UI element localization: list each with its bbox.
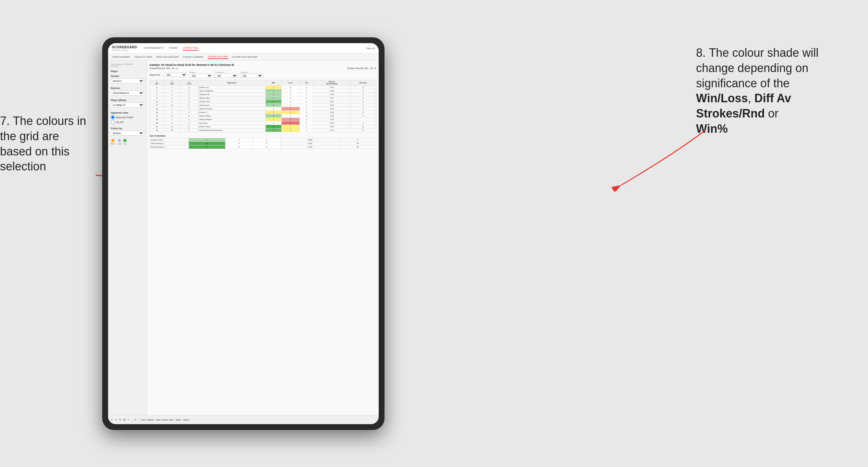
logo-wrapper: SCOREBOARD Powered by clippd bbox=[112, 45, 138, 51]
filter-opponents-select[interactable]: (All) bbox=[164, 73, 187, 77]
sub-nav-player-h2h-heatmap[interactable]: PLAYER H2H HEATMAP bbox=[232, 55, 257, 59]
legend-dot-down bbox=[111, 139, 115, 142]
division-record: Division Record: 331 - 34 - 6 bbox=[347, 67, 376, 69]
legend-dot-up bbox=[123, 139, 127, 142]
nav-bar: SCOREBOARD Powered by clippd TOURNAMENTS… bbox=[108, 43, 379, 54]
arrow-right-icon bbox=[612, 127, 709, 191]
table-row: 1671 Jessica Mason 1 2 0 -0.94 bbox=[150, 118, 376, 121]
nav-right: Sign out bbox=[366, 47, 375, 49]
view-original-label[interactable]: View: Original bbox=[141, 418, 154, 421]
sub-nav-team-summary[interactable]: TEAM SUMMARY bbox=[112, 55, 130, 59]
watch-label[interactable]: Watch bbox=[176, 418, 181, 421]
table-row: 20117 Federica Domecq Lacroze 2 1 0 1.33… bbox=[150, 128, 376, 132]
annotation-right-bold1: Win/Loss bbox=[696, 92, 748, 105]
table-row: 522 Alexis Sudjianto 1 0 0 4.003 bbox=[150, 89, 376, 93]
gender-label: Gender bbox=[111, 75, 144, 77]
table-row: Foreign Team 1 0 0 4.5002 bbox=[150, 138, 376, 142]
radio-opponents-played[interactable]: Opponents Played bbox=[111, 115, 144, 119]
main-table: #Div #Reg #Conf Opponent Win Loss Tie Di… bbox=[150, 80, 376, 132]
table-row: 1311 Jessica Huang 0 1 0 -3.002 bbox=[150, 107, 376, 111]
logo-sub: Powered by clippd bbox=[112, 49, 138, 51]
th-div: #Div bbox=[150, 80, 164, 86]
player-rank-label: Player (Rank) bbox=[111, 99, 144, 101]
legend-level: Level bbox=[117, 139, 121, 145]
filter-region-select[interactable]: (All) bbox=[189, 74, 212, 78]
table-row: 1474 Eunice Yi 2 2 0 0.389 bbox=[150, 111, 376, 114]
table-row: NAIA Division 1 15 0 0 9.26730 bbox=[150, 142, 376, 145]
filter-group-opponent: Opponent (All) bbox=[240, 71, 263, 78]
record-row: Overall Record: 353 - 34 - 6 Division Re… bbox=[150, 67, 376, 69]
overall-record: Overall Record: 353 - 34 - 6 bbox=[150, 67, 178, 69]
division-select[interactable]: NCAA Division III bbox=[111, 91, 144, 95]
table-row: NCAA Division 2 5 0 0 7.40010 bbox=[150, 145, 376, 149]
annotation-right-comma: , bbox=[748, 92, 754, 105]
legend-up: Up bbox=[123, 139, 127, 145]
table-row: 11116 Heejo Hyun 1 0 0 3.333 bbox=[150, 103, 376, 107]
table-row: 1063 Andrea York 2 0 0 4.004 bbox=[150, 100, 376, 103]
opponent-view-section: Opponent view Opponents Played Top 100 bbox=[111, 111, 144, 124]
sub-nav: TEAM SUMMARY TEAM H2H GRID TEAM H2H HEAT… bbox=[108, 54, 379, 61]
opponents-label: Opponents: bbox=[150, 74, 161, 76]
clock-button[interactable]: ⏱ bbox=[134, 418, 136, 421]
table-row: 1832 Euna Lee 0 1 0 -5.002 bbox=[150, 121, 376, 125]
annotation-right-text1: 8. The colour shade will change dependin… bbox=[696, 46, 819, 90]
sub-nav-player-h2h-grid[interactable]: PLAYER H2H GRID bbox=[208, 55, 228, 59]
right-content: Katelyn Vo Head-to-Head Grid for Women's… bbox=[147, 61, 379, 415]
annotation-left: 7. The colours in the grid are based on … bbox=[0, 114, 94, 174]
grid-title: Katelyn Vo Head-to-Head Grid for Women's… bbox=[150, 63, 376, 66]
table-row: 633 Sydney Kuo 1 0 0 -1.003 bbox=[150, 93, 376, 96]
cut-button[interactable]: ✂ bbox=[127, 418, 130, 421]
nav-item-tournaments[interactable]: TOURNAMENTS bbox=[144, 46, 163, 51]
sub-nav-player-summary[interactable]: PLAYER SUMMARY bbox=[183, 55, 204, 59]
table-row: 1585 Stella Cheng 1 0 0 1.254 bbox=[150, 114, 376, 118]
legend: Down Level Up bbox=[111, 139, 144, 145]
nav-items: TOURNAMENTS TEAMS COMMITTEE bbox=[144, 46, 366, 51]
save-custom-label[interactable]: Save Custom View bbox=[156, 418, 174, 421]
sub-nav-team-h2h-grid[interactable]: TEAM H2H GRID bbox=[134, 55, 152, 59]
tablet-screen: SCOREBOARD Powered by clippd TOURNAMENTS… bbox=[108, 43, 379, 424]
tablet-shell: SCOREBOARD Powered by clippd TOURNAMENTS… bbox=[102, 37, 384, 430]
colour-by-select[interactable]: Win/loss bbox=[111, 131, 144, 136]
filter-conference-select[interactable]: (All) bbox=[215, 74, 238, 78]
filter-row: Opponents: (All) Region (All) Conference bbox=[150, 71, 376, 78]
out-of-division-header: Out of division bbox=[150, 135, 376, 137]
toolbar-divider bbox=[132, 418, 132, 422]
out-of-division-table: Foreign Team 1 0 0 4.5002 NAIA Division … bbox=[150, 138, 376, 149]
table-row: 20116 Emily Chang 4 1 0 0.3011 bbox=[150, 125, 376, 128]
sub-nav-team-h2h-heatmap[interactable]: TEAM H2H HEATMAP bbox=[156, 55, 179, 59]
th-rounds: Rounds bbox=[350, 80, 376, 86]
player-rank-select[interactable]: 8. Katelyn Vo bbox=[111, 102, 144, 107]
left-panel: Last Updated: 27/03/2024 16:55:38 Player… bbox=[108, 61, 147, 415]
th-diff: Diff AvStrokes/Rnd bbox=[313, 80, 350, 86]
copy-button[interactable]: ⊞ bbox=[123, 418, 126, 421]
last-updated: Last Updated: 27/03/2024 16:55:38 bbox=[111, 63, 144, 67]
legend-dot-level bbox=[118, 139, 121, 142]
sign-out-link[interactable]: Sign out bbox=[366, 47, 375, 49]
history-button[interactable]: ⟳ bbox=[119, 418, 121, 421]
undo-button[interactable]: ↩ bbox=[111, 418, 113, 421]
filter-group-region: Region (All) bbox=[189, 71, 212, 78]
nav-item-committee[interactable]: COMMITTEE bbox=[183, 46, 198, 51]
th-tie: Tie bbox=[300, 80, 313, 86]
th-conf: #Conf bbox=[180, 80, 198, 86]
gender-select[interactable]: Women's bbox=[111, 79, 144, 84]
filter-opponent-select[interactable]: (All) bbox=[240, 74, 263, 78]
colour-by-section: Colour by Win/loss bbox=[111, 127, 144, 137]
filter-group-opponents: (All) bbox=[164, 73, 187, 77]
toolbar-divider-2 bbox=[138, 418, 139, 422]
table-row: 914 Sharon Mun 1 0 0 3.673 bbox=[150, 96, 376, 100]
bottom-toolbar: ↩ ↪ ⟳ ⊞ ✂ ⏱ View: Original Save Custom V… bbox=[108, 415, 379, 424]
annotation-right: 8. The colour shade will change dependin… bbox=[696, 45, 858, 136]
table-row: 311 Esther Lee 1 0 1 1.504 bbox=[150, 86, 376, 89]
nav-item-teams[interactable]: TEAMS bbox=[169, 46, 178, 51]
player-section-title: Player bbox=[111, 70, 144, 73]
share-label[interactable]: Share bbox=[183, 418, 189, 421]
main-content: Last Updated: 27/03/2024 16:55:38 Player… bbox=[108, 61, 379, 415]
th-opponent: Opponent bbox=[198, 80, 266, 86]
opponent-view-label: Opponent view bbox=[111, 111, 144, 114]
annotation-left-text: 7. The colours in the grid are based on … bbox=[0, 114, 86, 173]
th-reg: #Reg bbox=[164, 80, 180, 86]
division-label: Division bbox=[111, 87, 144, 90]
radio-top100[interactable]: Top 100 bbox=[111, 120, 144, 124]
redo-button[interactable]: ↪ bbox=[115, 418, 117, 421]
